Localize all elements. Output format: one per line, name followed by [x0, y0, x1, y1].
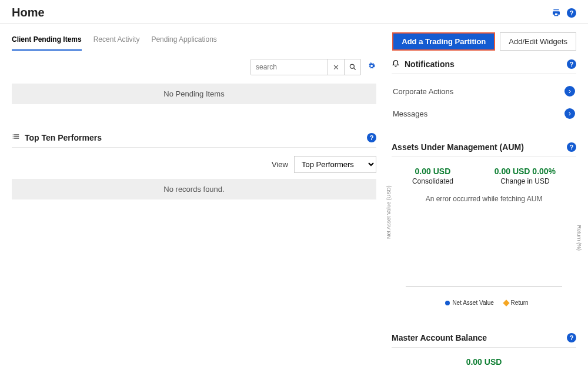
aum-change-label: Change in USD [495, 177, 556, 185]
search-input-wrap: ✕ [250, 59, 361, 75]
notification-label: Corporate Actions [393, 87, 453, 96]
tab-pending-applications[interactable]: Pending Applications [151, 32, 216, 51]
search-icon[interactable] [344, 59, 360, 75]
notifications-header: Notifications ? [392, 59, 576, 74]
bell-icon [392, 59, 400, 69]
notification-row-messages[interactable]: Messages › [392, 102, 576, 125]
notifications-title: Notifications [405, 59, 455, 69]
mab-title: Master Account Balance [392, 333, 487, 342]
clear-search-icon[interactable]: ✕ [328, 59, 344, 75]
help-icon[interactable]: ? [567, 142, 576, 152]
tab-client-pending[interactable]: Client Pending Items [12, 32, 82, 51]
help-icon[interactable]: ? [567, 333, 576, 342]
aum-value: 0.00 USD [412, 167, 453, 176]
aum-change-value: 0.00 USD 0.00% [495, 167, 556, 176]
help-icon[interactable]: ? [567, 59, 576, 69]
arrow-right-icon[interactable]: › [564, 108, 575, 119]
aum-consolidated: 0.00 USD Consolidated [412, 167, 453, 185]
add-trading-partition-button[interactable]: Add a Trading Partition [392, 32, 495, 51]
top-ten-header: Top Ten Performers ? [12, 132, 376, 148]
aum-chart: Net Asset Value (USD) Return (%) [392, 218, 576, 295]
aum-title: Assets Under Management (AUM) [392, 142, 524, 152]
tabs: Client Pending Items Recent Activity Pen… [12, 32, 217, 51]
gear-icon[interactable] [367, 61, 376, 73]
notifications-title-wrap: Notifications [392, 59, 455, 69]
page-title: Home [12, 6, 45, 19]
list-icon [12, 132, 20, 142]
aum-value-label: Consolidated [412, 177, 453, 185]
notification-label: Messages [393, 109, 427, 118]
legend-nav: Net Asset Value [452, 300, 493, 306]
aum-stats: 0.00 USD Consolidated 0.00 USD 0.00% Cha… [392, 167, 576, 185]
search-bar: ✕ [12, 59, 376, 75]
svg-point-0 [350, 64, 354, 68]
aum-change: 0.00 USD 0.00% Change in USD [495, 167, 556, 185]
aum-header: Assets Under Management (AUM) ? [392, 142, 576, 157]
header-buttons: Add a Trading Partition Add/Edit Widgets [392, 32, 576, 51]
search-input[interactable] [251, 59, 328, 75]
view-label: View [272, 160, 288, 169]
aum-error-text: An error occurred while fetching AUM [392, 195, 576, 203]
help-icon[interactable]: ? [567, 8, 576, 18]
page-header: Home ? [0, 0, 588, 24]
chart-legend: Net Asset Value Return [392, 300, 576, 306]
view-row: View Top Performers [12, 156, 376, 173]
print-icon[interactable] [552, 8, 561, 18]
right-column: Notifications ? Corporate Actions › Mess… [392, 59, 576, 367]
top-ten-empty: No records found. [12, 179, 376, 199]
y2-axis-label: Return (%) [576, 225, 582, 251]
top-ten-title-wrap: Top Ten Performers [12, 132, 102, 142]
legend-dot-return [503, 300, 509, 307]
pending-empty: No Pending Items [12, 84, 376, 104]
aum-widget: Assets Under Management (AUM) ? 0.00 USD… [392, 142, 576, 306]
legend-return: Return [511, 300, 529, 306]
y-axis-label: Net Asset Value (USD) [386, 185, 392, 239]
help-icon[interactable]: ? [367, 133, 376, 142]
arrow-right-icon[interactable]: › [564, 86, 575, 97]
mab-widget: Master Account Balance ? 0.00 USD [392, 333, 576, 367]
svg-line-1 [353, 68, 355, 70]
add-edit-widgets-button[interactable]: Add/Edit Widgets [500, 32, 576, 51]
header-actions: ? [552, 8, 576, 18]
tab-recent-activity[interactable]: Recent Activity [93, 32, 140, 51]
top-ten-title: Top Ten Performers [25, 133, 102, 142]
mab-header: Master Account Balance ? [392, 333, 576, 348]
mab-value: 0.00 USD [392, 357, 576, 367]
left-column: ✕ No Pending Items Top Ten Performers ? … [12, 59, 376, 367]
chart-area [406, 218, 562, 287]
view-select[interactable]: Top Performers [294, 156, 376, 173]
notification-row-corporate[interactable]: Corporate Actions › [392, 80, 576, 102]
subheader: Client Pending Items Recent Activity Pen… [0, 32, 588, 51]
main-content: ✕ No Pending Items Top Ten Performers ? … [0, 59, 588, 367]
legend-dot-nav [445, 301, 450, 305]
